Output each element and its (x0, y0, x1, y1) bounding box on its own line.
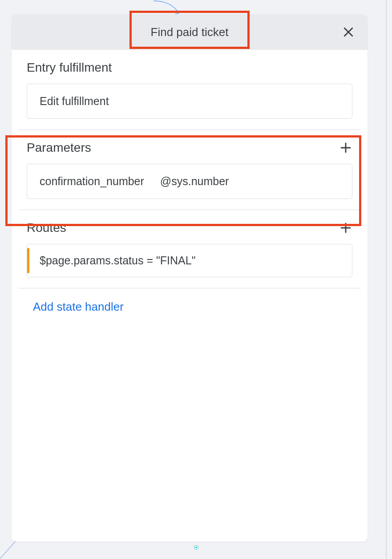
parameters-title-text: Parameters (27, 141, 91, 155)
page-editor-panel: Find paid ticket Entry fulfillment Edit … (12, 14, 368, 542)
routes-title-text: Routes (27, 221, 66, 235)
plus-icon (339, 221, 352, 235)
panel-body: Entry fulfillment Edit fulfillment Param… (12, 50, 368, 542)
route-marker (27, 248, 29, 273)
parameter-type: @sys.number (160, 175, 229, 188)
routes-title: Routes (27, 221, 352, 235)
routes-section: Routes $page.params.status = "FINAL" (27, 210, 352, 288)
route-row[interactable]: $page.params.status = "FINAL" (27, 244, 352, 277)
panel-title: Find paid ticket (151, 25, 229, 39)
add-state-handler-link[interactable]: Add state handler (33, 300, 124, 314)
right-edge-divider (386, 0, 387, 559)
close-button[interactable] (342, 25, 355, 39)
add-parameter-button[interactable] (339, 141, 352, 154)
divider (19, 288, 360, 288)
incoming-arrow (151, 0, 187, 16)
entry-fulfillment-title: Entry fulfillment (27, 61, 352, 75)
close-icon (342, 25, 355, 39)
add-route-button[interactable] (339, 221, 352, 235)
parameter-row[interactable]: confirmation_number @sys.number (27, 164, 352, 199)
parameters-title: Parameters (27, 141, 352, 155)
entry-fulfillment-section: Entry fulfillment Edit fulfillment (27, 50, 352, 130)
panel-header: Find paid ticket (12, 14, 368, 50)
parameters-section: Parameters confirmation_number @sys.numb… (27, 130, 352, 210)
edit-fulfillment-button[interactable]: Edit fulfillment (27, 84, 352, 119)
plus-icon (339, 141, 352, 154)
route-condition: $page.params.status = "FINAL" (40, 254, 196, 267)
bottom-connector-dot (194, 546, 198, 549)
parameter-name: confirmation_number (40, 175, 144, 188)
